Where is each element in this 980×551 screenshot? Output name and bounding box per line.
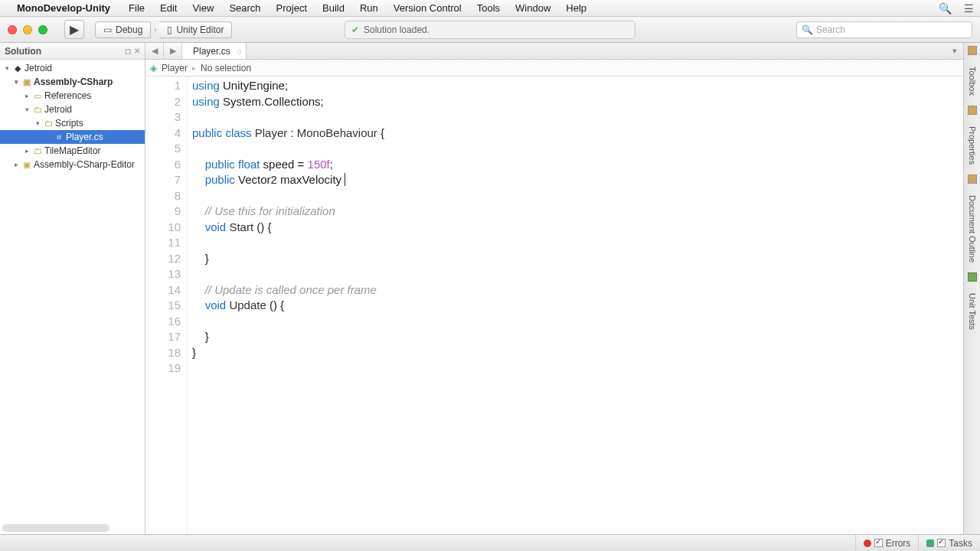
menu-search[interactable]: Search [221,2,268,14]
error-icon [864,540,871,547]
errors-pad-button[interactable]: Errors [855,535,919,551]
global-search[interactable]: 🔍 Search [796,21,972,38]
editor-tab-bar: ◀ ▶ Player.cs ○ ▾ [145,43,963,60]
code-editor[interactable]: 12345678910111213141516171819 using Unit… [145,77,963,534]
dock-document-outline[interactable]: Document Outline [966,188,978,269]
tasks-label: Tasks [949,538,972,549]
spotlight-icon[interactable]: 🔍 [933,2,958,15]
code-body[interactable]: using UnityEngine; using System.Collecti… [188,77,384,534]
editor-area: ◀ ▶ Player.cs ○ ▾ ◈ Player ▸ No selectio… [145,43,963,534]
status-text: Solution loaded. [364,24,430,35]
minimize-window-button[interactable] [23,25,32,34]
chevron-right-icon: › [151,26,159,34]
solution-tree[interactable]: ▾◆Jetroid ▾▣Assembly-CSharp ▸▭References… [0,60,145,534]
tree-scripts-folder[interactable]: ▾🗀Scripts [0,116,145,130]
mac-menubar: MonoDevelop-Unity File Edit View Search … [0,0,980,17]
text-cursor [345,173,345,186]
errors-checkbox[interactable] [874,539,883,547]
tree-player-file[interactable]: ⌗Player.cs [0,130,145,144]
close-window-button[interactable] [8,25,17,34]
panel-dock-icon[interactable]: ◻ [125,47,131,55]
outline-icon[interactable] [968,174,977,184]
app-name[interactable]: MonoDevelop-Unity [17,2,121,14]
tree-assembly[interactable]: ▾▣Assembly-CSharp [0,75,145,89]
device-icon: ▭ [103,24,112,35]
breadcrumb-member[interactable]: No selection [201,63,251,73]
solution-panel: Solution ◻ ✕ ▾◆Jetroid ▾▣Assembly-CSharp… [0,43,145,534]
config-debug-label: Debug [116,24,142,35]
status-bar-message: ✔ Solution loaded. [345,21,635,39]
run-configuration: ▭ Debug › ▯ Unity Editor [95,21,232,38]
nav-forward-button[interactable]: ▶ [164,43,182,59]
menu-window[interactable]: Window [508,2,558,14]
menu-list-icon[interactable]: ☰ [958,2,980,15]
search-icon: 🔍 [802,24,813,35]
search-placeholder: Search [816,24,845,35]
menu-run[interactable]: Run [352,2,386,14]
workspace: Solution ◻ ✕ ▾◆Jetroid ▾▣Assembly-CSharp… [0,43,980,534]
config-target-label: Unity Editor [176,24,224,35]
tab-overflow-button[interactable]: ▾ [946,43,963,59]
breadcrumb-class[interactable]: Player [162,63,188,73]
right-dock: Toolbox Properties Document Outline Unit… [963,43,980,534]
tree-jetroid-folder[interactable]: ▾🗀Jetroid [0,103,145,116]
toolbox-icon[interactable] [968,46,977,55]
tab-player-cs[interactable]: Player.cs ○ [182,43,247,59]
menu-edit[interactable]: Edit [152,2,185,14]
dock-unit-tests[interactable]: Unit Tests [966,286,978,337]
bottom-status-bar: Errors Tasks [0,534,980,551]
menu-project[interactable]: Project [269,2,315,14]
tree-assembly-editor[interactable]: ▸▣Assembly-CSharp-Editor [0,158,145,171]
nav-back-button[interactable]: ◀ [145,43,164,59]
menu-file[interactable]: File [121,2,152,14]
chevron-right-icon: ▸ [192,64,196,72]
solution-scrollbar[interactable] [2,524,109,532]
check-icon: ✔ [351,24,359,35]
config-debug-button[interactable]: ▭ Debug [95,21,151,38]
tasks-checkbox[interactable] [937,539,946,547]
menu-tools[interactable]: Tools [469,2,508,14]
task-icon [926,540,934,547]
dock-toolbox[interactable]: Toolbox [966,60,978,103]
zoom-window-button[interactable] [38,25,47,34]
tests-icon[interactable] [968,272,977,282]
window-controls [0,25,55,34]
menu-version-control[interactable]: Version Control [386,2,469,14]
dock-properties[interactable]: Properties [966,119,978,171]
class-icon: ◈ [150,63,157,73]
config-target-button[interactable]: ▯ Unity Editor [159,21,232,38]
run-button[interactable]: ▶ [64,20,84,39]
tree-root[interactable]: ▾◆Jetroid [0,61,145,75]
menu-help[interactable]: Help [558,2,594,14]
panel-close-icon[interactable]: ✕ [134,47,140,55]
ide-toolbar: ▶ ▭ Debug › ▯ Unity Editor ✔ Solution lo… [0,17,980,43]
tree-references[interactable]: ▸▭References [0,89,145,103]
tree-tilemap-folder[interactable]: ▸🗀TileMapEditor [0,144,145,158]
tasks-pad-button[interactable]: Tasks [918,535,980,551]
solution-panel-header: Solution ◻ ✕ [0,43,145,60]
menu-view[interactable]: View [185,2,221,14]
menu-build[interactable]: Build [315,2,352,14]
target-icon: ▯ [167,24,172,35]
editor-breadcrumb: ◈ Player ▸ No selection [145,60,963,77]
tab-label: Player.cs [193,46,230,57]
tab-close-icon[interactable]: ○ [237,47,242,56]
line-gutter: 12345678910111213141516171819 [145,77,188,534]
properties-icon[interactable] [968,106,977,115]
solution-panel-title: Solution [5,46,41,57]
errors-label: Errors [886,538,911,549]
